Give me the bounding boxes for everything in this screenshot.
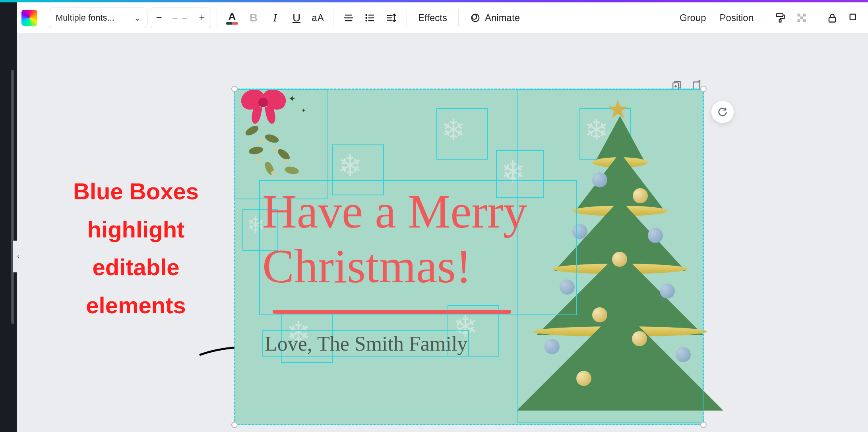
animate-label: Animate: [485, 12, 520, 23]
text-toolbar: Multiple fonts... ⌄ − – – + A B I U aA E…: [17, 2, 868, 33]
spacing-icon: [386, 12, 397, 23]
separator: [765, 9, 765, 27]
font-family-label: Multiple fonts...: [56, 13, 114, 23]
design-canvas-page[interactable]: ❄ ❄ ❄ ❄ ❄ ❄ ❄ ✦ ✦: [234, 89, 703, 425]
lock-button[interactable]: [823, 8, 842, 27]
position-label: Position: [720, 12, 754, 23]
effects-button[interactable]: Effects: [413, 8, 453, 27]
svg-rect-23: [850, 14, 856, 19]
svg-rect-27: [693, 82, 699, 89]
separator: [458, 9, 459, 27]
uppercase-button[interactable]: aA: [308, 8, 327, 27]
annotation-line: highlight: [52, 210, 219, 249]
text-color-button[interactable]: A: [223, 8, 242, 27]
svg-point-3: [366, 14, 367, 15]
copy-style-button[interactable]: [771, 8, 790, 27]
separator: [43, 9, 43, 27]
align-icon: [343, 12, 354, 23]
annotation-line: editable: [52, 248, 219, 286]
fill-color-swatch[interactable]: [21, 10, 37, 26]
svg-rect-18: [803, 14, 806, 16]
separator: [817, 9, 817, 27]
sync-icon: [717, 106, 728, 118]
svg-rect-21: [803, 19, 806, 22]
side-panel-rail: ‹: [0, 2, 17, 432]
separator: [407, 9, 407, 27]
group-label: Group: [680, 12, 706, 23]
font-size-decrease-button[interactable]: −: [150, 8, 168, 28]
svg-rect-19: [800, 16, 803, 19]
list-icon: [364, 12, 376, 23]
font-size-increase-button[interactable]: +: [193, 8, 211, 28]
spacing-button[interactable]: [382, 8, 401, 27]
tutorial-annotation: Blue Boxes highlight editable elements: [52, 172, 219, 324]
rail-scrollbar[interactable]: [11, 70, 14, 324]
duplicate-icon: [848, 12, 859, 23]
group-button[interactable]: Group: [674, 8, 712, 27]
svg-rect-15: [777, 14, 783, 16]
list-button[interactable]: [360, 8, 380, 27]
svg-point-14: [472, 14, 477, 19]
separator: [333, 9, 333, 27]
text-color-icon: A: [229, 11, 236, 21]
font-size-stepper: − – – +: [150, 8, 211, 28]
resize-handle-br[interactable]: [700, 422, 707, 428]
text-color-underline: [226, 22, 238, 25]
alignment-button[interactable]: [339, 8, 358, 27]
canvas-area[interactable]: Blue Boxes highlight editable elements ❄…: [17, 33, 868, 432]
position-button[interactable]: Position: [714, 8, 759, 27]
svg-rect-17: [798, 14, 800, 16]
resize-handle-tr[interactable]: [700, 86, 707, 92]
effects-label: Effects: [418, 12, 447, 23]
selection-outline[interactable]: [259, 180, 577, 315]
sync-button[interactable]: [711, 101, 734, 123]
resize-handle-tl[interactable]: [231, 86, 238, 92]
duplicate-button[interactable]: [844, 8, 863, 27]
svg-point-5: [366, 17, 367, 18]
svg-rect-22: [829, 17, 835, 22]
font-size-value[interactable]: – –: [168, 8, 193, 28]
selection-outline[interactable]: [262, 330, 469, 357]
font-family-select[interactable]: Multiple fonts... ⌄: [49, 8, 147, 28]
bold-button[interactable]: B: [244, 8, 263, 27]
italic-button[interactable]: I: [265, 8, 285, 27]
svg-rect-20: [798, 19, 800, 22]
animate-button[interactable]: Animate: [464, 8, 525, 27]
animate-icon: [470, 12, 481, 23]
resize-handle-bl[interactable]: [231, 422, 238, 428]
transparency-button[interactable]: [792, 8, 811, 27]
annotation-line: Blue Boxes: [52, 172, 219, 210]
annotation-line: elements: [52, 286, 219, 324]
separator: [217, 9, 217, 27]
transparency-icon: [796, 12, 807, 23]
chevron-down-icon: ⌄: [134, 13, 141, 23]
lock-icon: [827, 12, 838, 23]
underline-button[interactable]: U: [287, 8, 306, 27]
selection-outline[interactable]: [436, 108, 488, 160]
paint-roller-icon: [775, 12, 786, 23]
svg-rect-16: [779, 19, 781, 22]
svg-point-7: [366, 20, 367, 21]
